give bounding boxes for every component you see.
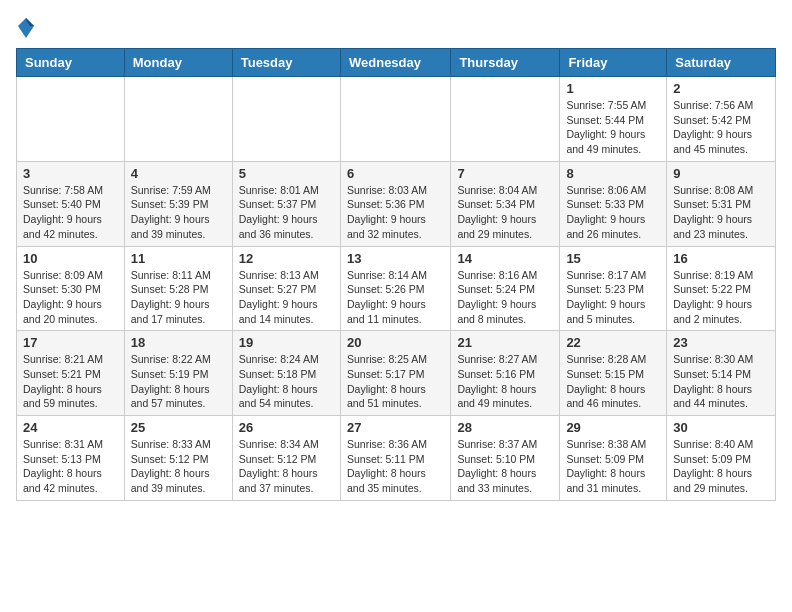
day-number: 8 [566, 166, 660, 181]
day-info: Sunrise: 8:24 AM Sunset: 5:18 PM Dayligh… [239, 352, 334, 411]
calendar-day-cell [232, 77, 340, 162]
day-number: 14 [457, 251, 553, 266]
day-info: Sunrise: 8:27 AM Sunset: 5:16 PM Dayligh… [457, 352, 553, 411]
day-info: Sunrise: 8:40 AM Sunset: 5:09 PM Dayligh… [673, 437, 769, 496]
day-info: Sunrise: 7:55 AM Sunset: 5:44 PM Dayligh… [566, 98, 660, 157]
day-info: Sunrise: 7:59 AM Sunset: 5:39 PM Dayligh… [131, 183, 226, 242]
day-info: Sunrise: 8:11 AM Sunset: 5:28 PM Dayligh… [131, 268, 226, 327]
calendar-day-cell: 13Sunrise: 8:14 AM Sunset: 5:26 PM Dayli… [340, 246, 450, 331]
calendar-body: 1Sunrise: 7:55 AM Sunset: 5:44 PM Daylig… [17, 77, 776, 501]
day-info: Sunrise: 8:04 AM Sunset: 5:34 PM Dayligh… [457, 183, 553, 242]
day-number: 1 [566, 81, 660, 96]
day-number: 15 [566, 251, 660, 266]
day-info: Sunrise: 8:14 AM Sunset: 5:26 PM Dayligh… [347, 268, 444, 327]
calendar-day-cell: 22Sunrise: 8:28 AM Sunset: 5:15 PM Dayli… [560, 331, 667, 416]
day-info: Sunrise: 8:21 AM Sunset: 5:21 PM Dayligh… [23, 352, 118, 411]
svg-marker-0 [18, 18, 34, 38]
calendar-header-row: SundayMondayTuesdayWednesdayThursdayFrid… [17, 49, 776, 77]
calendar-day-cell: 7Sunrise: 8:04 AM Sunset: 5:34 PM Daylig… [451, 161, 560, 246]
day-number: 21 [457, 335, 553, 350]
calendar-day-header: Sunday [17, 49, 125, 77]
calendar-day-cell: 20Sunrise: 8:25 AM Sunset: 5:17 PM Dayli… [340, 331, 450, 416]
calendar-day-cell: 27Sunrise: 8:36 AM Sunset: 5:11 PM Dayli… [340, 416, 450, 501]
calendar-day-cell: 8Sunrise: 8:06 AM Sunset: 5:33 PM Daylig… [560, 161, 667, 246]
day-number: 17 [23, 335, 118, 350]
calendar-day-cell: 5Sunrise: 8:01 AM Sunset: 5:37 PM Daylig… [232, 161, 340, 246]
day-number: 22 [566, 335, 660, 350]
calendar-day-cell [340, 77, 450, 162]
calendar-day-cell: 21Sunrise: 8:27 AM Sunset: 5:16 PM Dayli… [451, 331, 560, 416]
calendar-day-header: Friday [560, 49, 667, 77]
day-info: Sunrise: 8:36 AM Sunset: 5:11 PM Dayligh… [347, 437, 444, 496]
calendar-day-cell: 17Sunrise: 8:21 AM Sunset: 5:21 PM Dayli… [17, 331, 125, 416]
calendar-table: SundayMondayTuesdayWednesdayThursdayFrid… [16, 48, 776, 501]
day-info: Sunrise: 8:33 AM Sunset: 5:12 PM Dayligh… [131, 437, 226, 496]
day-info: Sunrise: 8:30 AM Sunset: 5:14 PM Dayligh… [673, 352, 769, 411]
calendar-week-row: 10Sunrise: 8:09 AM Sunset: 5:30 PM Dayli… [17, 246, 776, 331]
calendar-day-cell [451, 77, 560, 162]
calendar-day-header: Wednesday [340, 49, 450, 77]
calendar-week-row: 17Sunrise: 8:21 AM Sunset: 5:21 PM Dayli… [17, 331, 776, 416]
day-number: 24 [23, 420, 118, 435]
header [16, 16, 776, 40]
day-number: 23 [673, 335, 769, 350]
day-number: 11 [131, 251, 226, 266]
day-info: Sunrise: 8:16 AM Sunset: 5:24 PM Dayligh… [457, 268, 553, 327]
calendar-day-cell: 18Sunrise: 8:22 AM Sunset: 5:19 PM Dayli… [124, 331, 232, 416]
calendar-day-cell: 16Sunrise: 8:19 AM Sunset: 5:22 PM Dayli… [667, 246, 776, 331]
logo [16, 16, 40, 40]
day-info: Sunrise: 8:38 AM Sunset: 5:09 PM Dayligh… [566, 437, 660, 496]
day-number: 6 [347, 166, 444, 181]
calendar-day-cell: 19Sunrise: 8:24 AM Sunset: 5:18 PM Dayli… [232, 331, 340, 416]
calendar-day-header: Saturday [667, 49, 776, 77]
day-number: 28 [457, 420, 553, 435]
day-number: 7 [457, 166, 553, 181]
calendar-day-header: Monday [124, 49, 232, 77]
calendar-day-cell [17, 77, 125, 162]
calendar-day-cell: 9Sunrise: 8:08 AM Sunset: 5:31 PM Daylig… [667, 161, 776, 246]
calendar-day-cell: 28Sunrise: 8:37 AM Sunset: 5:10 PM Dayli… [451, 416, 560, 501]
calendar-day-header: Tuesday [232, 49, 340, 77]
calendar-day-cell: 10Sunrise: 8:09 AM Sunset: 5:30 PM Dayli… [17, 246, 125, 331]
calendar-day-header: Thursday [451, 49, 560, 77]
calendar-day-cell: 1Sunrise: 7:55 AM Sunset: 5:44 PM Daylig… [560, 77, 667, 162]
calendar-week-row: 3Sunrise: 7:58 AM Sunset: 5:40 PM Daylig… [17, 161, 776, 246]
day-number: 19 [239, 335, 334, 350]
calendar-day-cell: 2Sunrise: 7:56 AM Sunset: 5:42 PM Daylig… [667, 77, 776, 162]
day-number: 27 [347, 420, 444, 435]
day-number: 13 [347, 251, 444, 266]
day-info: Sunrise: 7:56 AM Sunset: 5:42 PM Dayligh… [673, 98, 769, 157]
day-number: 4 [131, 166, 226, 181]
day-info: Sunrise: 8:28 AM Sunset: 5:15 PM Dayligh… [566, 352, 660, 411]
calendar-day-cell: 11Sunrise: 8:11 AM Sunset: 5:28 PM Dayli… [124, 246, 232, 331]
day-info: Sunrise: 7:58 AM Sunset: 5:40 PM Dayligh… [23, 183, 118, 242]
day-info: Sunrise: 8:34 AM Sunset: 5:12 PM Dayligh… [239, 437, 334, 496]
day-info: Sunrise: 8:37 AM Sunset: 5:10 PM Dayligh… [457, 437, 553, 496]
logo-icon [16, 16, 36, 40]
day-number: 26 [239, 420, 334, 435]
calendar-day-cell: 29Sunrise: 8:38 AM Sunset: 5:09 PM Dayli… [560, 416, 667, 501]
day-number: 3 [23, 166, 118, 181]
day-number: 29 [566, 420, 660, 435]
calendar-day-cell: 23Sunrise: 8:30 AM Sunset: 5:14 PM Dayli… [667, 331, 776, 416]
day-info: Sunrise: 8:09 AM Sunset: 5:30 PM Dayligh… [23, 268, 118, 327]
day-info: Sunrise: 8:22 AM Sunset: 5:19 PM Dayligh… [131, 352, 226, 411]
day-info: Sunrise: 8:19 AM Sunset: 5:22 PM Dayligh… [673, 268, 769, 327]
day-info: Sunrise: 8:31 AM Sunset: 5:13 PM Dayligh… [23, 437, 118, 496]
day-info: Sunrise: 8:13 AM Sunset: 5:27 PM Dayligh… [239, 268, 334, 327]
day-number: 16 [673, 251, 769, 266]
day-number: 10 [23, 251, 118, 266]
calendar-day-cell: 26Sunrise: 8:34 AM Sunset: 5:12 PM Dayli… [232, 416, 340, 501]
day-number: 2 [673, 81, 769, 96]
calendar-day-cell: 14Sunrise: 8:16 AM Sunset: 5:24 PM Dayli… [451, 246, 560, 331]
day-info: Sunrise: 8:01 AM Sunset: 5:37 PM Dayligh… [239, 183, 334, 242]
calendar-day-cell: 15Sunrise: 8:17 AM Sunset: 5:23 PM Dayli… [560, 246, 667, 331]
day-info: Sunrise: 8:25 AM Sunset: 5:17 PM Dayligh… [347, 352, 444, 411]
calendar-day-cell: 25Sunrise: 8:33 AM Sunset: 5:12 PM Dayli… [124, 416, 232, 501]
day-info: Sunrise: 8:06 AM Sunset: 5:33 PM Dayligh… [566, 183, 660, 242]
calendar-week-row: 24Sunrise: 8:31 AM Sunset: 5:13 PM Dayli… [17, 416, 776, 501]
calendar-day-cell: 30Sunrise: 8:40 AM Sunset: 5:09 PM Dayli… [667, 416, 776, 501]
day-number: 30 [673, 420, 769, 435]
day-number: 25 [131, 420, 226, 435]
day-info: Sunrise: 8:08 AM Sunset: 5:31 PM Dayligh… [673, 183, 769, 242]
